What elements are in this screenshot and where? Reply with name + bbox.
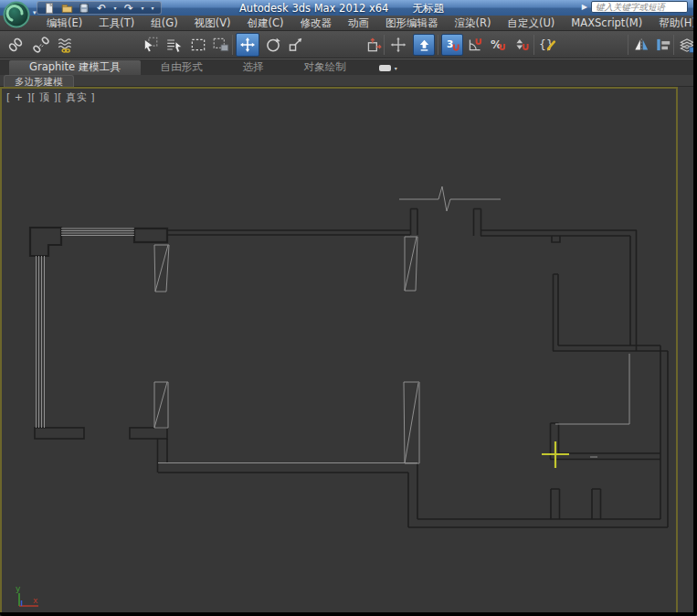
snaps-toggle[interactable]: 3 [441,34,463,56]
window-edge [693,0,697,616]
menu-item-edit[interactable]: 编辑(E) [38,16,90,30]
qat-customize-dropdown[interactable]: ▾ [149,2,156,14]
select-object-button[interactable] [140,35,160,55]
chevron-down-icon: ▾ [151,5,153,11]
select-and-rotate-button[interactable] [263,35,283,55]
save-file-button[interactable] [77,2,91,14]
align-button[interactable] [653,35,673,55]
tab-selection[interactable]: 选择 [223,60,284,75]
rotate-circle-icon [264,36,282,54]
select-by-name-button[interactable] [164,35,185,55]
select-and-manipulate-button[interactable] [388,35,408,55]
keyboard-override-icon [417,37,432,53]
menu-item-create[interactable]: 创建(C) [238,16,291,30]
inner-room-outline [555,354,629,424]
menu-item-maxscript[interactable]: MAXScript(M) [563,16,650,30]
undo-dropdown[interactable]: ▾ [111,2,119,14]
menu-item-group[interactable]: 组(G) [143,16,185,30]
world-axis-tripod: y x [16,584,38,606]
search-input[interactable] [591,1,688,13]
keyboard-shortcut-override-toggle[interactable] [413,34,435,56]
manipulate-cross-icon [389,36,407,54]
toolbar-separator [673,35,674,55]
use-pivot-point-center-button[interactable] [364,35,384,55]
menu-item-modifiers[interactable]: 修改器 [292,16,341,30]
bind-to-space-warp-button[interactable] [56,35,76,55]
spinner-snap-toggle[interactable] [512,35,532,55]
viewport-label[interactable]: [ + ][ 顶 ][ 真实 ] [6,90,95,104]
search-expand-arrow[interactable]: ▶ [582,3,587,11]
pivot-center-icon [364,36,383,54]
spinner-snap-icon [512,36,531,54]
ribbon-panel-row: 多边形建模 [0,75,697,87]
scale-icon [286,36,304,54]
select-and-scale-button[interactable] [285,35,305,55]
cursor-crosshair [542,441,569,468]
menu-item-tools[interactable]: 工具(T) [90,16,143,30]
snaps-mode-label: 3 [446,38,452,49]
redo-dropdown[interactable]: ▾ [139,2,146,14]
tab-object-paint[interactable]: 对象绘制 [284,60,366,75]
menu-item-views[interactable]: 视图(V) [186,16,239,30]
break-line-symbol [399,186,501,211]
space-warp-waves-icon [57,36,75,54]
new-scene-button[interactable] [42,2,57,14]
select-and-move-button[interactable] [236,33,259,57]
angle-snap-toggle[interactable] [465,35,485,55]
toolbar-separator [232,35,233,55]
save-disk-icon [78,2,90,15]
ribbon-tab-bar: Graphite 建模工具 自由形式 选择 对象绘制 ▾ [0,58,697,75]
3ds-max-logo-icon [2,0,33,30]
window-crossing-icon [212,36,230,54]
menu-item-help[interactable]: 帮助(H) [650,16,697,30]
app-title: Autodesk 3ds Max 2012 x64 [239,2,388,15]
undo-button[interactable]: ↶ [94,2,109,14]
toolbar-separator [384,35,385,55]
window-edge [0,612,697,616]
open-file-button[interactable] [59,2,74,14]
document-title: 无标题 [412,2,444,15]
unlink-selection-button[interactable] [31,35,51,55]
move-arrows-icon [239,37,256,53]
viewport-top[interactable]: [ + ][ 顶 ][ 真实 ] [0,87,678,612]
menu-item-animation[interactable]: 动画 [340,16,377,30]
snap-magnet-icon: 3 [445,37,460,53]
rectangular-selection-region-button[interactable] [188,35,208,55]
select-and-link-button[interactable] [5,35,26,55]
app-window: ↶ ▾ ↷ ▾ ▾ Autodesk 3ds Max 2012 x64无标题 ▶… [0,0,697,616]
title-bar: ↶ ▾ ↷ ▾ ▾ Autodesk 3ds Max 2012 x64无标题 ▶ [0,0,697,16]
toolbar-separator [533,35,534,55]
ribbon-state-icon [379,65,391,71]
door-swings [154,237,419,463]
ribbon-minimize-button[interactable]: ▾ [379,60,397,75]
floor-plan-windows-and-details [37,186,630,463]
axis-y-label: y [16,584,21,593]
main-toolbar: 全部 ▼ [0,31,697,58]
align-icon [654,36,672,54]
tab-graphite-modeling-tools[interactable]: Graphite 建模工具 [9,60,141,75]
viewport-active-border [0,87,2,612]
new-document-icon [43,2,56,15]
app-menu-button[interactable] [2,0,33,30]
percent-snap-toggle[interactable]: % [489,35,509,55]
window-crossing-toggle[interactable] [211,35,231,55]
tab-freeform[interactable]: 自由形式 [141,60,223,75]
edit-named-selection-sets-button[interactable]: {} [537,35,557,55]
right-gutter [678,87,693,612]
open-folder-icon [60,2,74,15]
menu-item-rendering[interactable]: 渲染(R) [447,16,500,30]
viewport-canvas[interactable]: y x [0,89,678,612]
mirror-button[interactable] [631,35,651,55]
window-title: Autodesk 3ds Max 2012 x64无标题 [239,2,444,16]
viewport-active-border [676,87,678,612]
quick-access-toolbar: ↶ ▾ ↷ ▾ ▾ [37,1,162,15]
menu-item-graph-editors[interactable]: 图形编辑器 [377,16,447,30]
toolbar-separator [628,35,628,55]
panel-tab-polygon-modeling[interactable]: 多边形建模 [4,75,74,87]
edit-selection-sets-icon: {} [538,36,556,54]
app-menu-caret-icon[interactable]: ▾ [33,9,37,16]
redo-button[interactable]: ↷ [121,2,136,14]
dashed-rectangle-icon [189,36,207,54]
menu-item-customize[interactable]: 自定义(U) [499,16,563,30]
infocenter-search: ▶ [582,1,688,13]
